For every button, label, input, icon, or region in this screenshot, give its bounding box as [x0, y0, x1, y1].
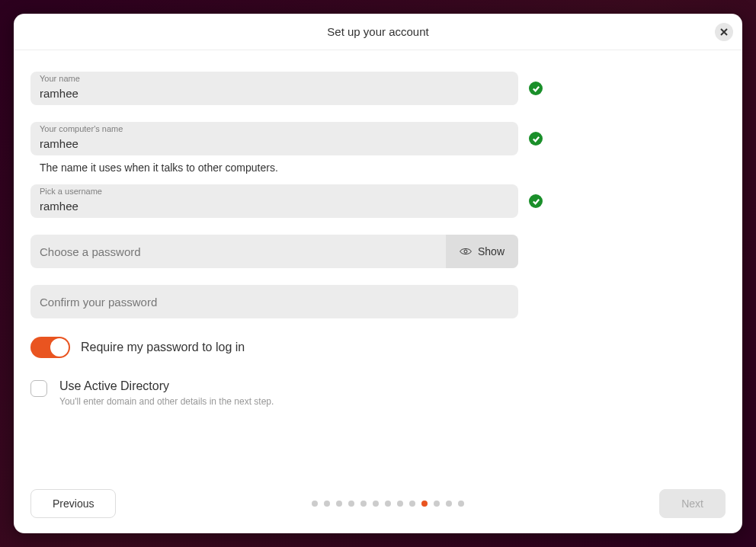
- active-directory-hint: You'll enter domain and other details in…: [59, 396, 274, 407]
- svg-point-0: [464, 250, 467, 253]
- name-label: Your name: [40, 74, 80, 83]
- password-row: Show: [30, 235, 726, 268]
- active-directory-label: Use Active Directory: [59, 379, 274, 393]
- installer-window: Set up your account Your name Your compu…: [14, 14, 742, 533]
- require-password-label: Require my password to log in: [81, 341, 245, 354]
- progress-dot: [397, 501, 403, 507]
- username-row: Pick a username: [30, 184, 726, 218]
- checkmark-icon: [529, 194, 543, 208]
- progress-dot: [373, 501, 379, 507]
- password-input[interactable]: [30, 235, 446, 268]
- progress-dot: [348, 501, 354, 507]
- username-input[interactable]: [30, 184, 518, 218]
- form-content: Your name Your computer's name The name …: [14, 50, 742, 474]
- show-password-button[interactable]: Show: [446, 235, 518, 268]
- progress-dot: [446, 501, 452, 507]
- computer-name-hint: The name it uses when it talks to other …: [40, 162, 726, 174]
- next-button[interactable]: Next: [659, 489, 726, 518]
- titlebar: Set up your account: [14, 14, 742, 50]
- active-directory-row: Use Active Directory You'll enter domain…: [30, 379, 726, 407]
- active-directory-checkbox[interactable]: [30, 380, 47, 397]
- eye-icon: [460, 245, 472, 258]
- progress-dot: [360, 501, 367, 507]
- toggle-knob: [50, 338, 69, 357]
- progress-dot: [324, 501, 330, 507]
- progress-dot: [421, 501, 428, 507]
- require-password-toggle[interactable]: [30, 337, 70, 358]
- progress-dot: [336, 501, 342, 507]
- progress-dots: [312, 501, 464, 507]
- require-password-row: Require my password to log in: [30, 337, 726, 358]
- progress-dot: [409, 501, 415, 507]
- computer-name-label: Your computer's name: [40, 124, 123, 133]
- progress-dot: [312, 501, 318, 507]
- checkmark-icon: [529, 132, 543, 146]
- footer: Previous Next: [14, 474, 742, 533]
- checkmark-icon: [529, 82, 543, 95]
- computer-name-row: Your computer's name: [30, 122, 726, 155]
- name-row: Your name: [30, 72, 726, 105]
- close-button[interactable]: [715, 23, 733, 41]
- name-input[interactable]: [30, 72, 518, 105]
- previous-button[interactable]: Previous: [30, 489, 116, 518]
- username-label: Pick a username: [40, 187, 102, 196]
- page-title: Set up your account: [327, 25, 428, 38]
- confirm-password-input[interactable]: [30, 285, 518, 318]
- confirm-password-row: [30, 285, 726, 318]
- progress-dot: [434, 501, 440, 507]
- close-icon: [719, 27, 729, 37]
- progress-dot: [458, 501, 464, 507]
- progress-dot: [385, 501, 391, 507]
- show-password-label: Show: [478, 245, 505, 258]
